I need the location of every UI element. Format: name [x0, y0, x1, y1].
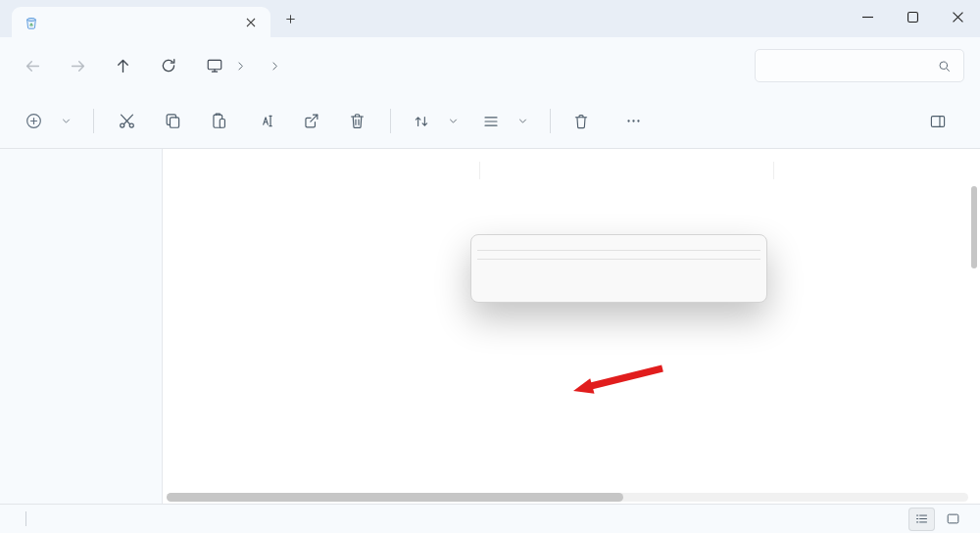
refresh-button[interactable] — [151, 49, 185, 83]
column-headers — [163, 156, 980, 184]
chevron-down-icon — [61, 116, 72, 126]
toolbar-divider — [550, 109, 551, 133]
details-pane-icon — [929, 113, 947, 130]
new-tab-button[interactable] — [274, 3, 306, 34]
status-divider — [25, 511, 26, 526]
annotation-arrow — [566, 359, 669, 400]
search-input[interactable] — [767, 59, 929, 73]
column-header-date-deleted[interactable] — [774, 162, 980, 179]
sort-button[interactable] — [404, 103, 467, 140]
trash-icon — [572, 113, 590, 130]
context-menu-quick-actions — [475, 239, 762, 249]
plus-circle-icon — [24, 112, 43, 130]
titlebar — [0, 0, 980, 37]
this-pc-icon[interactable] — [206, 57, 223, 74]
view-toggle-group — [908, 508, 966, 531]
show-more-options-icon — [486, 270, 505, 289]
minimize-button[interactable] — [845, 0, 890, 33]
search-icon — [937, 59, 952, 73]
navigation-bar — [0, 37, 980, 94]
toolbar — [0, 94, 980, 149]
details-view-toggle[interactable] — [908, 508, 935, 531]
column-header-name[interactable] — [163, 162, 480, 179]
rename-button[interactable] — [245, 103, 285, 140]
view-button[interactable] — [473, 103, 537, 140]
copy-button[interactable] — [153, 103, 193, 140]
up-button[interactable] — [106, 49, 140, 83]
chevron-right-icon — [269, 60, 281, 73]
menu-separator — [477, 259, 760, 260]
back-button[interactable] — [16, 49, 50, 83]
sort-icon — [413, 113, 430, 130]
tab-close-icon[interactable] — [239, 11, 263, 34]
details-button[interactable] — [920, 103, 964, 140]
maximize-button[interactable] — [890, 0, 935, 33]
close-button[interactable] — [935, 0, 980, 33]
delete-button[interactable] — [337, 103, 377, 140]
horizontal-scrollbar-thumb[interactable] — [167, 493, 623, 502]
toolbar-divider — [390, 109, 391, 133]
window-body — [0, 149, 980, 504]
file-list-panel — [163, 149, 980, 504]
menu-item-show-more-options[interactable] — [475, 261, 762, 298]
context-menu-items — [475, 252, 762, 258]
menu-separator — [477, 250, 760, 251]
column-header-original-location[interactable] — [480, 162, 774, 179]
more-options-button[interactable] — [613, 103, 654, 140]
share-button[interactable] — [291, 103, 331, 140]
cut-button[interactable] — [107, 103, 147, 140]
chevron-down-icon — [517, 116, 528, 126]
paste-button[interactable] — [199, 103, 239, 140]
forward-button[interactable] — [61, 49, 95, 83]
toolbar-divider — [93, 109, 94, 133]
search-box[interactable] — [755, 49, 964, 82]
thumbnail-view-toggle[interactable] — [940, 508, 966, 531]
recycle-bin-icon — [24, 15, 39, 30]
vertical-scrollbar[interactable] — [971, 186, 977, 268]
chevron-right-icon — [234, 60, 247, 73]
tab-recycle-bin[interactable] — [12, 7, 270, 37]
empty-recycle-bin-button[interactable] — [564, 103, 608, 140]
chevron-down-icon — [448, 116, 459, 126]
breadcrumb — [196, 48, 747, 83]
context-menu — [470, 234, 767, 303]
status-bar — [0, 504, 980, 533]
new-button[interactable] — [16, 103, 80, 140]
view-icon — [482, 113, 500, 130]
sidebar — [0, 149, 163, 504]
horizontal-scrollbar[interactable] — [167, 493, 968, 502]
window-controls — [845, 0, 980, 33]
